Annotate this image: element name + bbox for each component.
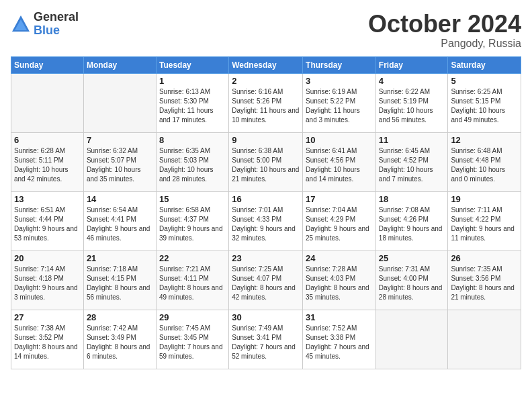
day-number: 23 <box>232 253 300 263</box>
cell-4-1: 28Sunrise: 7:42 AMSunset: 3:49 PMDayligh… <box>83 310 156 369</box>
cell-2-1: 14Sunrise: 6:54 AMSunset: 4:41 PMDayligh… <box>83 191 156 250</box>
day-info: Sunrise: 6:41 AMSunset: 4:56 PMDaylight:… <box>306 146 373 184</box>
day-info: Sunrise: 6:54 AMSunset: 4:41 PMDaylight:… <box>87 205 153 243</box>
day-info: Sunrise: 7:08 AMSunset: 4:26 PMDaylight:… <box>379 205 445 243</box>
day-info: Sunrise: 7:42 AMSunset: 3:49 PMDaylight:… <box>87 324 153 361</box>
week-row-3: 20Sunrise: 7:14 AMSunset: 4:18 PMDayligh… <box>11 250 521 310</box>
day-number: 29 <box>159 312 226 322</box>
day-number: 14 <box>87 194 153 204</box>
day-info: Sunrise: 6:32 AMSunset: 5:07 PMDaylight:… <box>87 146 153 184</box>
day-info: Sunrise: 6:38 AMSunset: 5:00 PMDaylight:… <box>232 146 300 184</box>
day-info: Sunrise: 7:11 AMSunset: 4:22 PMDaylight:… <box>451 205 518 243</box>
col-thursday: Thursday <box>303 56 376 73</box>
cell-2-5: 18Sunrise: 7:08 AMSunset: 4:26 PMDayligh… <box>375 191 448 250</box>
cell-2-2: 15Sunrise: 6:58 AMSunset: 4:37 PMDayligh… <box>156 191 228 250</box>
day-number: 8 <box>159 135 226 145</box>
cell-1-3: 9Sunrise: 6:38 AMSunset: 5:00 PMDaylight… <box>229 132 303 191</box>
day-info: Sunrise: 6:22 AMSunset: 5:19 PMDaylight:… <box>379 87 445 125</box>
day-info: Sunrise: 7:52 AMSunset: 3:38 PMDaylight:… <box>306 324 373 361</box>
day-info: Sunrise: 7:28 AMSunset: 4:03 PMDaylight:… <box>306 265 373 302</box>
day-number: 28 <box>87 312 153 322</box>
day-info: Sunrise: 7:21 AMSunset: 4:11 PMDaylight:… <box>159 265 226 302</box>
day-number: 26 <box>451 253 518 263</box>
day-info: Sunrise: 7:14 AMSunset: 4:18 PMDaylight:… <box>14 265 81 302</box>
cell-4-4: 31Sunrise: 7:52 AMSunset: 3:38 PMDayligh… <box>303 310 376 369</box>
day-info: Sunrise: 7:49 AMSunset: 3:41 PMDaylight:… <box>232 324 300 361</box>
day-info: Sunrise: 6:13 AMSunset: 5:30 PMDaylight:… <box>159 87 226 125</box>
cell-0-4: 3Sunrise: 6:19 AMSunset: 5:22 PMDaylight… <box>303 73 376 132</box>
cell-3-3: 23Sunrise: 7:25 AMSunset: 4:07 PMDayligh… <box>229 250 303 310</box>
day-info: Sunrise: 7:04 AMSunset: 4:29 PMDaylight:… <box>306 205 373 243</box>
day-number: 4 <box>379 76 445 86</box>
day-info: Sunrise: 6:19 AMSunset: 5:22 PMDaylight:… <box>306 87 373 125</box>
logo-text: General Blue <box>34 11 79 38</box>
cell-0-6: 5Sunrise: 6:25 AMSunset: 5:15 PMDaylight… <box>448 73 521 132</box>
week-row-4: 27Sunrise: 7:38 AMSunset: 3:52 PMDayligh… <box>11 310 521 369</box>
cell-4-0: 27Sunrise: 7:38 AMSunset: 3:52 PMDayligh… <box>11 310 84 369</box>
cell-3-0: 20Sunrise: 7:14 AMSunset: 4:18 PMDayligh… <box>11 250 84 310</box>
day-number: 9 <box>232 135 300 145</box>
cell-0-0 <box>11 73 84 132</box>
cell-2-4: 17Sunrise: 7:04 AMSunset: 4:29 PMDayligh… <box>303 191 376 250</box>
day-info: Sunrise: 7:25 AMSunset: 4:07 PMDaylight:… <box>232 265 300 302</box>
week-row-0: 1Sunrise: 6:13 AMSunset: 5:30 PMDaylight… <box>11 73 521 132</box>
calendar-header: Sunday Monday Tuesday Wednesday Thursday… <box>11 56 521 73</box>
day-info: Sunrise: 6:51 AMSunset: 4:44 PMDaylight:… <box>14 205 81 243</box>
cell-1-5: 11Sunrise: 6:45 AMSunset: 4:52 PMDayligh… <box>375 132 448 191</box>
cell-3-1: 21Sunrise: 7:18 AMSunset: 4:15 PMDayligh… <box>83 250 156 310</box>
col-wednesday: Wednesday <box>229 56 303 73</box>
day-info: Sunrise: 6:48 AMSunset: 4:48 PMDaylight:… <box>451 146 518 184</box>
day-number: 15 <box>159 194 226 204</box>
day-number: 11 <box>379 135 445 145</box>
cell-2-0: 13Sunrise: 6:51 AMSunset: 4:44 PMDayligh… <box>11 191 84 250</box>
calendar: Sunday Monday Tuesday Wednesday Thursday… <box>11 56 521 369</box>
cell-3-5: 25Sunrise: 7:31 AMSunset: 4:00 PMDayligh… <box>375 250 448 310</box>
cell-1-4: 10Sunrise: 6:41 AMSunset: 4:56 PMDayligh… <box>303 132 376 191</box>
page: General Blue October 2024 Pangody, Russi… <box>0 0 532 411</box>
col-sunday: Sunday <box>11 56 84 73</box>
day-number: 21 <box>87 253 153 263</box>
weekday-row: Sunday Monday Tuesday Wednesday Thursday… <box>11 56 521 73</box>
cell-4-2: 29Sunrise: 7:45 AMSunset: 3:45 PMDayligh… <box>156 310 228 369</box>
col-saturday: Saturday <box>448 56 521 73</box>
day-number: 10 <box>306 135 373 145</box>
col-friday: Friday <box>375 56 448 73</box>
cell-4-6 <box>448 310 521 369</box>
cell-4-3: 30Sunrise: 7:49 AMSunset: 3:41 PMDayligh… <box>229 310 303 369</box>
day-number: 7 <box>87 135 153 145</box>
day-info: Sunrise: 7:01 AMSunset: 4:33 PMDaylight:… <box>232 205 300 243</box>
day-info: Sunrise: 7:31 AMSunset: 4:00 PMDaylight:… <box>379 265 445 302</box>
cell-3-6: 26Sunrise: 7:35 AMSunset: 3:56 PMDayligh… <box>448 250 521 310</box>
title-block: October 2024 Pangody, Russia <box>368 11 521 50</box>
cell-2-6: 19Sunrise: 7:11 AMSunset: 4:22 PMDayligh… <box>448 191 521 250</box>
day-number: 6 <box>14 135 81 145</box>
day-number: 22 <box>159 253 226 263</box>
cell-0-2: 1Sunrise: 6:13 AMSunset: 5:30 PMDaylight… <box>156 73 228 132</box>
day-info: Sunrise: 7:38 AMSunset: 3:52 PMDaylight:… <box>14 324 81 361</box>
col-monday: Monday <box>83 56 156 73</box>
day-number: 30 <box>232 312 300 322</box>
cell-2-3: 16Sunrise: 7:01 AMSunset: 4:33 PMDayligh… <box>229 191 303 250</box>
header: General Blue October 2024 Pangody, Russi… <box>11 11 521 50</box>
day-info: Sunrise: 6:28 AMSunset: 5:11 PMDaylight:… <box>14 146 81 184</box>
day-number: 20 <box>14 253 81 263</box>
day-info: Sunrise: 7:18 AMSunset: 4:15 PMDaylight:… <box>87 265 153 302</box>
cell-0-3: 2Sunrise: 6:16 AMSunset: 5:26 PMDaylight… <box>229 73 303 132</box>
day-number: 5 <box>451 76 518 86</box>
cell-1-6: 12Sunrise: 6:48 AMSunset: 4:48 PMDayligh… <box>448 132 521 191</box>
day-info: Sunrise: 6:16 AMSunset: 5:26 PMDaylight:… <box>232 87 300 125</box>
day-number: 12 <box>451 135 518 145</box>
logo-icon <box>11 14 31 34</box>
week-row-2: 13Sunrise: 6:51 AMSunset: 4:44 PMDayligh… <box>11 191 521 250</box>
day-info: Sunrise: 6:58 AMSunset: 4:37 PMDaylight:… <box>159 205 226 243</box>
day-number: 19 <box>451 194 518 204</box>
day-info: Sunrise: 6:35 AMSunset: 5:03 PMDaylight:… <box>159 146 226 184</box>
cell-0-5: 4Sunrise: 6:22 AMSunset: 5:19 PMDaylight… <box>375 73 448 132</box>
logo-blue-text: Blue <box>34 24 79 38</box>
day-info: Sunrise: 6:45 AMSunset: 4:52 PMDaylight:… <box>379 146 445 184</box>
cell-1-1: 7Sunrise: 6:32 AMSunset: 5:07 PMDaylight… <box>83 132 156 191</box>
week-row-1: 6Sunrise: 6:28 AMSunset: 5:11 PMDaylight… <box>11 132 521 191</box>
cell-0-1 <box>83 73 156 132</box>
day-number: 27 <box>14 312 81 322</box>
calendar-body: 1Sunrise: 6:13 AMSunset: 5:30 PMDaylight… <box>11 73 521 369</box>
